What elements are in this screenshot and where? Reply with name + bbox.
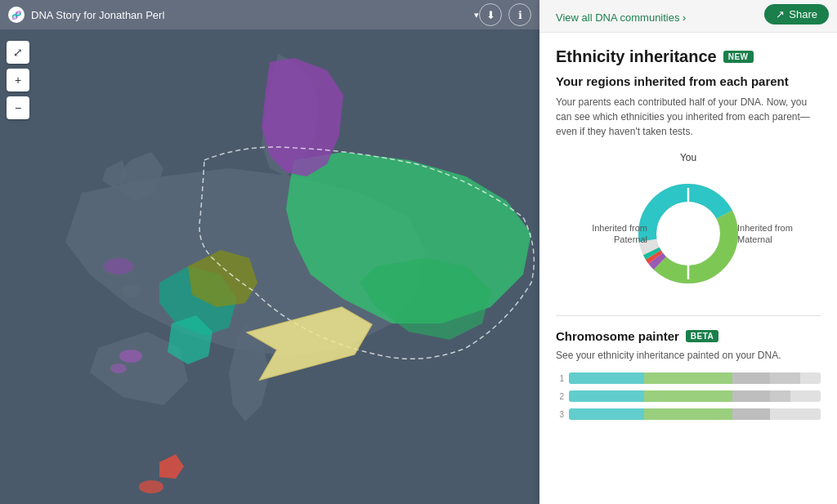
- chromosome-number: 1: [556, 374, 564, 383]
- beta-badge: BETA: [686, 330, 718, 342]
- ethnicity-section-header: Ethnicity inheritance NEW: [556, 47, 821, 66]
- info-icon[interactable]: ℹ: [508, 3, 531, 26]
- svg-point-6: [110, 364, 127, 373]
- regions-subtitle: Your regions inherited from each parent: [556, 74, 821, 88]
- donut-wrapper: Inherited from Paternal: [606, 168, 770, 299]
- new-badge: NEW: [723, 51, 754, 63]
- right-panel: View all DNA communities Ethnicity inher…: [539, 0, 837, 504]
- chromosome-bar-outer: [569, 372, 821, 384]
- panel-content: Ethnicity inheritance NEW Your regions i…: [539, 33, 837, 436]
- chromosome-title: Chromosome painter: [556, 329, 679, 343]
- pan-tool[interactable]: ⤢: [7, 41, 29, 64]
- share-icon: ↗: [776, 8, 785, 20]
- chromosome-segment: [569, 390, 644, 402]
- map-background: [0, 0, 539, 504]
- chromosome-bar-row: 1: [556, 372, 821, 384]
- chromosome-number: 3: [556, 410, 564, 419]
- chromosome-segment: [732, 408, 770, 420]
- chromosome-bar-row: 3: [556, 408, 821, 420]
- maternal-label: Inherited from Maternal: [737, 222, 803, 246]
- regions-description: Your parents each contributed half of yo…: [556, 95, 821, 139]
- chromosome-segment: [569, 372, 644, 384]
- chromosome-bars: 123: [556, 372, 821, 436]
- chromosome-section-header: Chromosome painter BETA: [556, 329, 821, 343]
- map-svg: [0, 29, 539, 504]
- chromosome-segment: [770, 390, 790, 402]
- svg-point-3: [104, 258, 133, 274]
- you-label: You: [680, 152, 696, 163]
- chromosome-segment: [569, 408, 644, 420]
- ethnicity-title: Ethnicity inheritance: [556, 47, 717, 66]
- paternal-label: Inherited from Paternal: [582, 222, 647, 246]
- chromosome-segment: [644, 408, 732, 420]
- zoom-in-button[interactable]: +: [7, 69, 29, 91]
- top-bar: 🧬 DNA Story for Jonathan Perl ▾ ⬇ ℹ: [0, 0, 539, 29]
- chromosome-segment: [732, 372, 770, 384]
- dna-logo: 🧬: [8, 7, 25, 23]
- zoom-out-button[interactable]: −: [7, 96, 29, 119]
- donut-chart: [631, 176, 745, 291]
- svg-point-5: [119, 350, 142, 363]
- left-tools: ⤢ + −: [7, 41, 29, 119]
- page-title: DNA Story for Jonathan Perl: [31, 9, 471, 21]
- chromosome-segment: [732, 390, 770, 402]
- share-button[interactable]: ↗ Share: [764, 4, 829, 25]
- chromosome-bar-outer: [569, 390, 821, 402]
- chromosome-bar-outer: [569, 408, 821, 420]
- svg-point-2: [121, 284, 141, 297]
- top-bar-icons: ⬇ ℹ: [479, 3, 531, 26]
- chromosome-segment: [644, 372, 732, 384]
- chromosome-segment: [770, 372, 800, 384]
- chromosome-number: 2: [556, 392, 564, 401]
- chromosome-segment: [644, 390, 732, 402]
- donut-chart-section: You Inherited from Paternal: [556, 152, 821, 299]
- download-icon[interactable]: ⬇: [479, 3, 502, 26]
- svg-point-4: [139, 480, 163, 493]
- chromosome-description: See your ethnicity inheritance painted o…: [556, 350, 821, 361]
- chromosome-bar-row: 2: [556, 390, 821, 402]
